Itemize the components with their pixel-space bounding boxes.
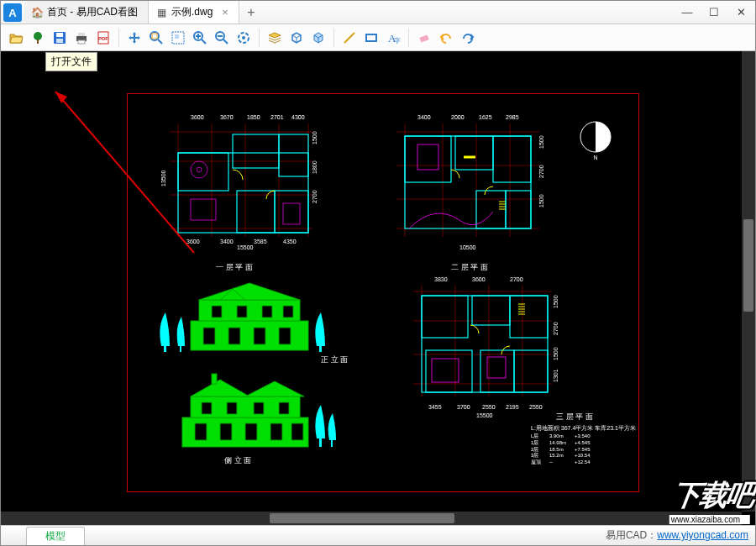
svg-rect-116	[202, 402, 212, 414]
floorplan-1: 3600 3670 1850 2701 4300 15500 3600 3400…	[153, 111, 321, 262]
drawing-canvas[interactable]: N	[1, 51, 755, 525]
svg-rect-80	[417, 144, 438, 170]
close-button[interactable]: ✕	[732, 3, 750, 22]
compass-icon: N	[578, 119, 613, 161]
svg-text:15500: 15500	[237, 244, 254, 250]
pan-button[interactable]	[124, 28, 144, 48]
model-space-tab[interactable]: 模型	[26, 527, 85, 545]
zoom-out-button[interactable]	[212, 28, 232, 48]
vertical-scrollbar[interactable]	[742, 51, 755, 512]
svg-rect-4	[56, 39, 63, 43]
tab-home-label: 首页 - 易用CAD看图	[47, 5, 138, 19]
svg-text:2700: 2700	[553, 322, 559, 335]
svg-text:1500: 1500	[538, 135, 544, 149]
svg-rect-103	[283, 306, 293, 318]
svg-text:2700: 2700	[538, 165, 544, 178]
svg-text:2701: 2701	[270, 114, 284, 120]
elevation-front-label: 正 立 面	[321, 354, 348, 365]
svg-rect-136	[487, 357, 506, 378]
watermark: 下载吧 www.xiazaiba.com	[669, 476, 756, 524]
svg-rect-100	[212, 306, 222, 318]
regen-button[interactable]	[234, 28, 254, 48]
tab-file[interactable]: ▦ 示例.dwg ×	[149, 1, 239, 24]
svg-text:1800: 1800	[312, 160, 318, 174]
svg-rect-45	[279, 134, 308, 176]
svg-line-20	[223, 39, 228, 44]
render-tree-button[interactable]	[28, 28, 48, 48]
svg-text:2550: 2550	[482, 404, 496, 410]
redo-button[interactable]	[458, 28, 478, 48]
3d-view-button[interactable]	[308, 28, 328, 48]
svg-rect-105	[331, 437, 333, 447]
svg-text:4350: 4350	[283, 239, 297, 244]
svg-rect-46	[237, 191, 275, 233]
svg-rect-118	[254, 402, 264, 414]
svg-rect-14	[175, 34, 179, 39]
elevation-side-label: 侧 立 面	[224, 455, 251, 466]
svg-marker-109	[245, 381, 304, 396]
tab-bar: A 🏠 首页 - 易用CAD看图 ▦ 示例.dwg × + — ☐ ✕	[1, 1, 755, 24]
open-file-tooltip: 打开文件	[45, 52, 97, 71]
svg-line-16	[202, 39, 206, 44]
zoom-window-button[interactable]	[168, 28, 188, 48]
svg-text:2985: 2985	[506, 114, 519, 120]
svg-rect-101	[237, 306, 247, 318]
svg-rect-128	[422, 296, 548, 392]
svg-text:13500: 13500	[160, 170, 166, 186]
svg-rect-96	[203, 328, 215, 344]
svg-rect-134	[514, 350, 548, 392]
maximize-button[interactable]: ☐	[705, 3, 723, 22]
minimize-button[interactable]: —	[678, 3, 696, 22]
svg-rect-44	[233, 134, 279, 168]
svg-rect-28	[419, 34, 428, 42]
svg-rect-129	[422, 296, 468, 338]
zoom-extents-button[interactable]	[146, 28, 166, 48]
svg-rect-98	[254, 328, 265, 344]
floorplan-2: 3400 2000 1625 2985 10500 1500 2700 1500	[380, 111, 548, 262]
svg-text:3600: 3600	[186, 239, 200, 244]
block-button[interactable]	[286, 28, 307, 48]
window-controls: — ☐ ✕	[673, 1, 755, 24]
brand-url-link[interactable]: www.yiyongcad.com	[657, 529, 748, 541]
svg-rect-133	[480, 350, 514, 392]
svg-rect-51	[283, 203, 300, 224]
open-file-button[interactable]	[6, 28, 26, 48]
svg-text:2700: 2700	[510, 276, 523, 282]
svg-text:字: 字	[394, 37, 401, 45]
home-icon: 🏠	[31, 7, 43, 18]
zoom-in-button[interactable]	[190, 28, 210, 48]
floorplan-3: 3830 3600 2700 3455 3700 2550 2195 2550 …	[396, 275, 564, 426]
undo-button[interactable]	[436, 28, 456, 48]
layers-button[interactable]	[265, 28, 285, 48]
svg-text:1850: 1850	[247, 114, 260, 120]
svg-marker-108	[191, 380, 249, 396]
new-tab-button[interactable]: +	[239, 1, 263, 24]
save-button[interactable]	[50, 28, 70, 48]
line-tool-button[interactable]	[339, 28, 360, 48]
svg-text:3400: 3400	[220, 239, 234, 244]
svg-rect-135	[432, 359, 459, 382]
svg-rect-12	[152, 34, 157, 39]
svg-text:PDF: PDF	[98, 36, 108, 41]
svg-rect-110	[212, 374, 217, 384]
print-button[interactable]	[71, 28, 92, 48]
svg-rect-111	[195, 423, 207, 440]
svg-text:4300: 4300	[291, 114, 305, 120]
svg-rect-43	[178, 153, 228, 191]
rectangle-tool-button[interactable]	[361, 28, 381, 48]
svg-rect-1	[37, 39, 39, 44]
tab-home[interactable]: 🏠 首页 - 易用CAD看图	[24, 1, 149, 24]
svg-text:1625: 1625	[479, 114, 492, 120]
text-tool-button[interactable]: A字	[383, 28, 403, 48]
svg-text:3600: 3600	[472, 276, 486, 282]
eraser-button[interactable]	[414, 28, 434, 48]
svg-rect-113	[245, 423, 257, 440]
svg-text:2550: 2550	[529, 404, 543, 410]
svg-rect-25	[366, 34, 376, 41]
svg-text:3830: 3830	[434, 276, 448, 282]
horizontal-scrollbar[interactable]	[1, 512, 742, 525]
svg-rect-75	[405, 136, 451, 182]
tab-close-button[interactable]: ×	[217, 6, 228, 18]
svg-rect-6	[78, 33, 85, 36]
pdf-export-button[interactable]: PDF	[93, 28, 113, 48]
